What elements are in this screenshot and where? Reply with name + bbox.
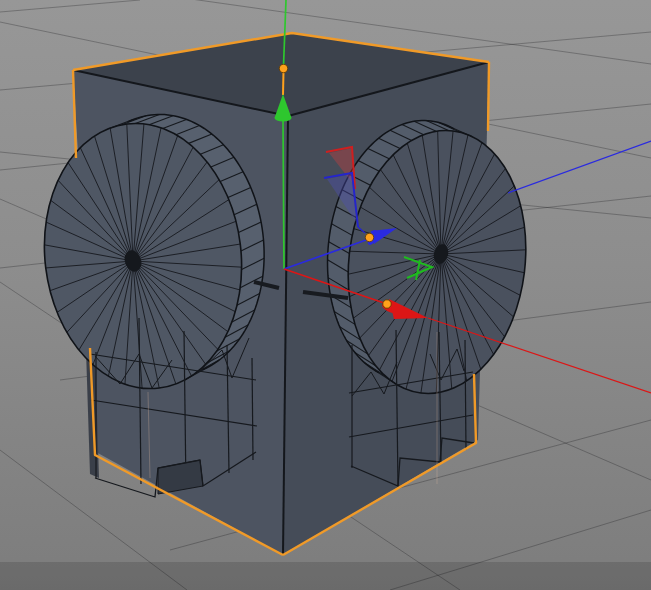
viewport-canvas[interactable] bbox=[0, 0, 651, 590]
y-axis-line[interactable] bbox=[283, 119, 284, 269]
y-axis-handle-dot[interactable] bbox=[279, 64, 287, 72]
x-axis-handle-dot[interactable] bbox=[383, 300, 391, 308]
z-axis-handle-dot[interactable] bbox=[365, 233, 373, 241]
selected-edge bbox=[488, 62, 489, 131]
grid-line bbox=[0, 0, 140, 12]
z-axis-line-extension bbox=[508, 141, 651, 193]
y-axis-active-segment bbox=[283, 71, 284, 95]
3d-viewport[interactable] bbox=[0, 0, 651, 590]
horizon-band bbox=[0, 562, 651, 590]
